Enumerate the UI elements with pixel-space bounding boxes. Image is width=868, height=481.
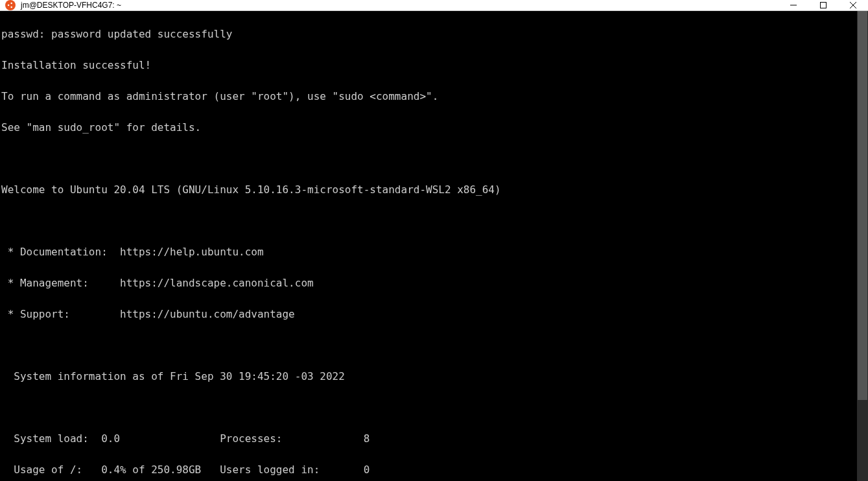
scrollbar[interactable] bbox=[857, 11, 868, 481]
terminal-line bbox=[1, 213, 856, 229]
ubuntu-icon bbox=[5, 0, 16, 10]
terminal-line: To run a command as administrator (user … bbox=[1, 89, 856, 104]
svg-point-0 bbox=[8, 5, 10, 6]
close-button[interactable] bbox=[838, 0, 868, 10]
terminal-line: System information as of Fri Sep 30 19:4… bbox=[1, 369, 856, 384]
terminal-line: passwd: password updated successfully bbox=[1, 27, 856, 42]
window-titlebar: jm@DESKTOP-VFHC4G7: ~ bbox=[0, 0, 868, 11]
window-controls bbox=[779, 0, 868, 10]
terminal-line: Welcome to Ubuntu 20.04 LTS (GNU/Linux 5… bbox=[1, 182, 856, 198]
close-icon bbox=[850, 2, 856, 8]
minimize-icon bbox=[790, 2, 797, 8]
terminal-line bbox=[1, 338, 856, 353]
scrollbar-thumb[interactable] bbox=[858, 11, 867, 400]
terminal-line: * Support: https://ubuntu.com/advantage bbox=[1, 307, 856, 322]
terminal-line: Usage of /: 0.4% of 250.98GB Users logge… bbox=[1, 462, 856, 478]
svg-point-1 bbox=[10, 3, 12, 4]
terminal-output[interactable]: passwd: password updated successfully In… bbox=[0, 11, 857, 481]
maximize-icon bbox=[820, 2, 827, 8]
svg-point-2 bbox=[10, 6, 12, 8]
terminal-line bbox=[1, 151, 856, 167]
svg-rect-4 bbox=[821, 3, 827, 8]
terminal-line: * Management: https://landscape.canonica… bbox=[1, 276, 856, 291]
terminal-line: See "man sudo_root" for details. bbox=[1, 120, 856, 135]
terminal-line: * Documentation: https://help.ubuntu.com bbox=[1, 244, 856, 260]
terminal-line: Installation successful! bbox=[1, 58, 856, 73]
maximize-button[interactable] bbox=[808, 0, 838, 10]
minimize-button[interactable] bbox=[779, 0, 808, 10]
terminal-line bbox=[1, 400, 856, 416]
terminal-line: System load: 0.0 Processes: 8 bbox=[1, 431, 856, 447]
window-title: jm@DESKTOP-VFHC4G7: ~ bbox=[21, 1, 779, 10]
